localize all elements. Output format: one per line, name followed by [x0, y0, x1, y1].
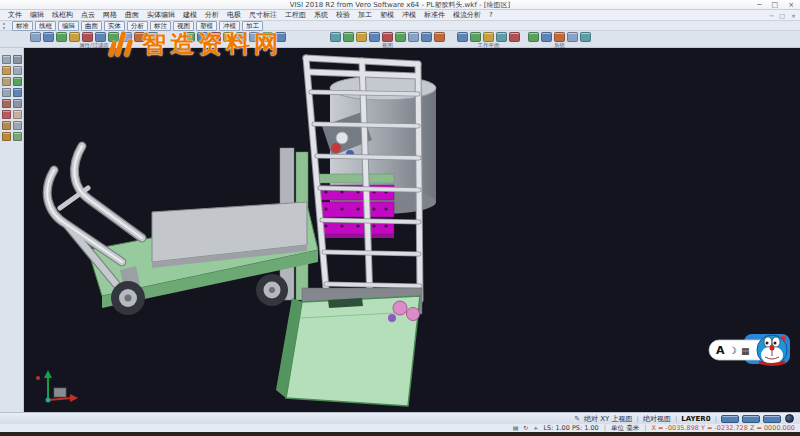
- palette-icon[interactable]: [2, 99, 11, 108]
- menu-item[interactable]: 分析: [201, 10, 223, 21]
- layer-indicator[interactable]: LAYER0: [681, 413, 710, 425]
- toolbar-tab[interactable]: 标准: [12, 21, 33, 31]
- palette-icon[interactable]: [13, 132, 22, 141]
- palette-icon[interactable]: [13, 66, 22, 75]
- menu-item[interactable]: 工程图: [281, 10, 310, 21]
- rotate-icon[interactable]: ↻: [523, 424, 528, 432]
- toolbar-icon[interactable]: [184, 32, 195, 42]
- mdi-restore-button[interactable]: □: [779, 10, 785, 21]
- toolbar-icon[interactable]: [470, 32, 481, 42]
- toolbar-icon[interactable]: [134, 32, 145, 42]
- toolbar-icon[interactable]: [43, 32, 54, 42]
- toolbar-icon[interactable]: [343, 32, 354, 42]
- menu-item[interactable]: 系统: [310, 10, 332, 21]
- toolbar-icon[interactable]: [223, 32, 234, 42]
- toolbar-icon[interactable]: [580, 32, 591, 42]
- toolbar-icon[interactable]: [69, 32, 80, 42]
- ime-language-indicator[interactable]: A: [716, 344, 725, 357]
- toolbar-tab[interactable]: 线框: [35, 21, 56, 31]
- toolbar-icon[interactable]: [408, 32, 419, 42]
- crosshair-icon[interactable]: +: [533, 424, 538, 432]
- menu-item[interactable]: 标准件: [420, 10, 449, 21]
- keyboard-icon[interactable]: ▦: [741, 346, 750, 356]
- toolbar-icon[interactable]: [509, 32, 520, 42]
- toolbar-icon[interactable]: [121, 32, 132, 42]
- palette-icon[interactable]: [2, 132, 11, 141]
- toolbar-icon[interactable]: [554, 32, 565, 42]
- toolbar-icon[interactable]: [496, 32, 507, 42]
- toolbar-tab[interactable]: 加工: [242, 21, 263, 31]
- minimize-button[interactable]: ─: [757, 0, 761, 10]
- moon-icon[interactable]: ☽: [728, 345, 737, 356]
- toolbar-tab[interactable]: 冲模: [219, 21, 240, 31]
- toolbar-icon[interactable]: [541, 32, 552, 42]
- toolbar-icon[interactable]: [30, 32, 41, 42]
- mdi-minimize-button[interactable]: ─: [770, 10, 774, 21]
- toolbar-icon[interactable]: [275, 32, 286, 42]
- toolbar-icon[interactable]: [147, 32, 158, 42]
- edit-mode-icon[interactable]: ✎: [574, 413, 580, 425]
- menu-item[interactable]: 电极: [223, 10, 245, 21]
- toolbar-tab[interactable]: 视图: [173, 21, 194, 31]
- restore-button[interactable]: □: [772, 0, 779, 10]
- toolbar-icon[interactable]: [483, 32, 494, 42]
- menu-item[interactable]: 点云: [77, 10, 99, 21]
- palette-icon[interactable]: [13, 55, 22, 64]
- toolbar-icon[interactable]: [330, 32, 341, 42]
- toolbar-icon[interactable]: [567, 32, 578, 42]
- menu-item[interactable]: 尺寸标注: [245, 10, 281, 21]
- palette-icon[interactable]: [13, 99, 22, 108]
- menu-item[interactable]: 文件: [4, 10, 26, 21]
- menu-item[interactable]: 实体编辑: [143, 10, 179, 21]
- toolbar-icon[interactable]: [197, 32, 208, 42]
- palette-icon[interactable]: [2, 55, 11, 64]
- menu-item[interactable]: 加工: [354, 10, 376, 21]
- menu-item[interactable]: 线框构: [48, 10, 77, 21]
- menu-item[interactable]: 校验: [332, 10, 354, 21]
- status-button[interactable]: [721, 415, 739, 423]
- toolbar-icon[interactable]: [457, 32, 468, 42]
- mdi-close-button[interactable]: ×: [791, 10, 796, 21]
- ime-toolbar[interactable]: A ☽ ▦: [708, 330, 794, 370]
- toolbar-tab[interactable]: 标注: [150, 21, 171, 31]
- menu-item[interactable]: 模流分析: [449, 10, 485, 21]
- menu-item[interactable]: 曲面: [121, 10, 143, 21]
- toolbar-icon[interactable]: [421, 32, 432, 42]
- toolbar-icon[interactable]: [108, 32, 119, 42]
- view-indicator[interactable]: 绝对视图: [643, 413, 671, 425]
- toolbar-icon[interactable]: [434, 32, 445, 42]
- palette-icon[interactable]: [2, 66, 11, 75]
- toolbar-icon[interactable]: [369, 32, 380, 42]
- 3d-viewport[interactable]: [24, 48, 800, 412]
- toolbar-tab[interactable]: 分析: [127, 21, 148, 31]
- toolbar-icon[interactable]: [528, 32, 539, 42]
- menu-item[interactable]: 编辑: [26, 10, 48, 21]
- palette-icon[interactable]: [2, 88, 11, 97]
- menu-item[interactable]: 建模: [179, 10, 201, 21]
- view-sphere-icon[interactable]: [785, 414, 794, 423]
- toolbar-tab[interactable]: 编辑: [58, 21, 79, 31]
- toolbar-icon[interactable]: [395, 32, 406, 42]
- palette-icon[interactable]: [13, 88, 22, 97]
- close-button[interactable]: ×: [788, 0, 794, 10]
- palette-icon[interactable]: [2, 121, 11, 130]
- status-button[interactable]: [742, 415, 760, 423]
- toolbar-grip[interactable]: [3, 23, 8, 29]
- toolbar-tab[interactable]: 实体: [104, 21, 125, 31]
- toolbar-tab[interactable]: 曲面: [81, 21, 102, 31]
- palette-icon[interactable]: [13, 121, 22, 130]
- toolbar-icon[interactable]: [210, 32, 221, 42]
- toolbar-icon[interactable]: [249, 32, 260, 42]
- palette-icon[interactable]: [2, 110, 11, 119]
- workplane-indicator[interactable]: 绝对 XY 上视图: [584, 413, 633, 425]
- palette-icon[interactable]: [13, 77, 22, 86]
- status-button[interactable]: [763, 415, 781, 423]
- toolbar-icon[interactable]: [82, 32, 93, 42]
- toolbar-icon[interactable]: [356, 32, 367, 42]
- menu-item[interactable]: 冲模: [398, 10, 420, 21]
- menu-item[interactable]: 塑模: [376, 10, 398, 21]
- palette-icon[interactable]: [13, 110, 22, 119]
- menu-item[interactable]: ?: [485, 10, 497, 21]
- menu-item[interactable]: 网格: [99, 10, 121, 21]
- toolbar-tab[interactable]: 塑模: [196, 21, 217, 31]
